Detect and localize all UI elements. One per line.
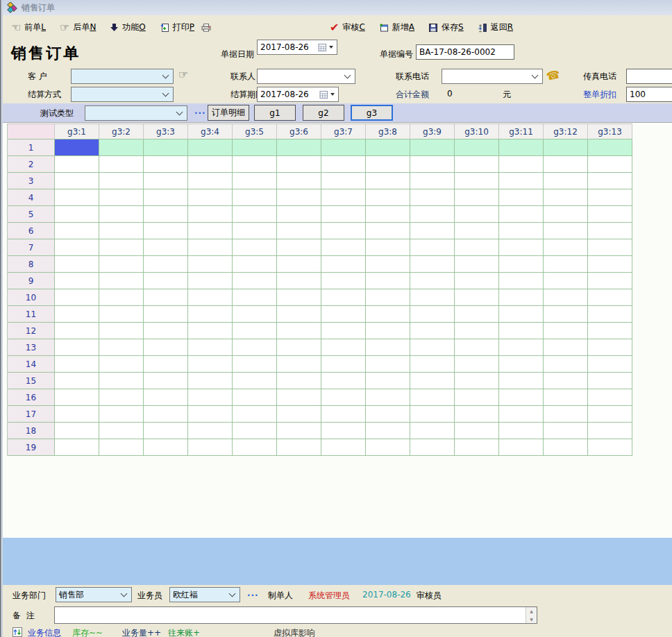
prev-order-button[interactable]: ☜ 前单L — [11, 22, 46, 33]
grid-cell[interactable] — [277, 273, 321, 289]
grid-cell[interactable] — [188, 389, 233, 406]
grid-col-header[interactable]: g3:1 — [55, 124, 99, 139]
grid-cell[interactable] — [55, 156, 99, 173]
grid-cell[interactable] — [499, 356, 544, 373]
grid-cell[interactable] — [277, 423, 321, 439]
new-button[interactable]: 新增A — [379, 22, 414, 33]
grid-cell[interactable] — [233, 323, 277, 339]
grid-cell[interactable] — [144, 306, 188, 323]
grid-row-number[interactable]: 12 — [8, 323, 55, 339]
grid-col-header[interactable]: g3:11 — [499, 124, 544, 139]
grid-cell[interactable] — [366, 439, 410, 456]
grid-cell[interactable] — [455, 389, 499, 406]
grid-col-header[interactable]: g3:13 — [588, 124, 632, 139]
grid-cell[interactable] — [277, 173, 321, 189]
grid-cell[interactable] — [144, 189, 188, 206]
grid-cell[interactable] — [144, 156, 188, 173]
grid-cell[interactable] — [588, 323, 632, 339]
grid-cell[interactable] — [410, 139, 455, 156]
grid-cell[interactable] — [233, 223, 277, 239]
grid-cell[interactable] — [499, 439, 544, 456]
grid-row-number[interactable]: 18 — [8, 423, 55, 439]
grid-cell[interactable] — [99, 356, 144, 373]
grid-cell[interactable] — [544, 423, 588, 439]
grid-cell[interactable] — [588, 306, 632, 323]
grid-col-header[interactable]: g3:2 — [99, 124, 144, 139]
grid-cell[interactable] — [188, 289, 233, 306]
grid-cell[interactable] — [188, 256, 233, 273]
grid-cell[interactable] — [455, 306, 499, 323]
grid-cell[interactable] — [321, 439, 366, 456]
grid-cell[interactable] — [144, 239, 188, 256]
grid-row-number[interactable]: 9 — [8, 273, 55, 289]
grid-cell[interactable] — [588, 389, 632, 406]
grid-cell[interactable] — [321, 339, 366, 356]
grid-cell[interactable] — [321, 306, 366, 323]
grid-cell[interactable] — [410, 356, 455, 373]
grid-cell[interactable] — [544, 156, 588, 173]
grid-cell[interactable] — [410, 289, 455, 306]
grid-cell[interactable] — [499, 406, 544, 423]
grid-cell[interactable] — [99, 389, 144, 406]
grid-cell[interactable] — [544, 356, 588, 373]
grid-cell[interactable] — [233, 173, 277, 189]
grid-cell[interactable] — [499, 389, 544, 406]
grid-cell[interactable] — [144, 406, 188, 423]
grid-cell[interactable] — [544, 373, 588, 389]
grid-cell[interactable] — [366, 306, 410, 323]
grid-cell[interactable] — [455, 189, 499, 206]
grid-cell[interactable] — [499, 156, 544, 173]
grid-cell[interactable] — [55, 373, 99, 389]
settle-method-select[interactable] — [71, 87, 174, 102]
grid-cell[interactable] — [588, 239, 632, 256]
grid-cell[interactable] — [277, 339, 321, 356]
grid-corner[interactable] — [8, 124, 55, 139]
grid-cell[interactable] — [544, 323, 588, 339]
grid-row-number[interactable]: 1 — [8, 139, 55, 156]
grid-cell[interactable] — [410, 189, 455, 206]
grid-cell[interactable] — [277, 223, 321, 239]
grid-cell[interactable] — [233, 206, 277, 223]
grid-cell[interactable] — [410, 406, 455, 423]
grid-cell[interactable] — [55, 273, 99, 289]
grid-col-header[interactable]: g3:8 — [366, 124, 410, 139]
grid-cell[interactable] — [99, 306, 144, 323]
grid-row-number[interactable]: 10 — [8, 289, 55, 306]
fax-input[interactable] — [626, 69, 672, 84]
grid-col-header[interactable]: g3:7 — [321, 124, 366, 139]
grid-cell[interactable] — [455, 156, 499, 173]
grid-cell[interactable] — [277, 256, 321, 273]
grid-cell[interactable] — [366, 156, 410, 173]
grid-cell[interactable] — [277, 439, 321, 456]
grid-cell[interactable] — [544, 439, 588, 456]
grid-cell[interactable] — [188, 356, 233, 373]
grid-cell[interactable] — [277, 306, 321, 323]
grid-cell[interactable] — [321, 273, 366, 289]
grid-cell[interactable] — [277, 156, 321, 173]
grid-cell[interactable] — [410, 239, 455, 256]
grid-cell[interactable] — [544, 239, 588, 256]
grid-cell[interactable] — [321, 139, 366, 156]
grid-row-number[interactable]: 3 — [8, 173, 55, 189]
grid-col-header[interactable]: g3:6 — [277, 124, 321, 139]
save-button[interactable]: 保存S — [428, 22, 464, 33]
customer-select[interactable] — [71, 69, 174, 84]
grid-cell[interactable] — [366, 389, 410, 406]
salesman-more-button[interactable]: ... — [247, 588, 259, 598]
grid-cell[interactable] — [544, 139, 588, 156]
grid-cell[interactable] — [588, 139, 632, 156]
grid-cell[interactable] — [188, 223, 233, 239]
grid-cell[interactable] — [455, 139, 499, 156]
grid-row-number[interactable]: 14 — [8, 356, 55, 373]
grid-cell[interactable] — [99, 323, 144, 339]
grid-cell[interactable] — [321, 223, 366, 239]
grid-cell[interactable] — [410, 423, 455, 439]
grid-cell[interactable] — [99, 423, 144, 439]
grid-row-number[interactable]: 7 — [8, 239, 55, 256]
grid-col-header[interactable]: g3:12 — [544, 124, 588, 139]
grid-cell[interactable] — [277, 323, 321, 339]
grid-cell[interactable] — [188, 339, 233, 356]
grid-cell[interactable] — [233, 239, 277, 256]
grid-cell[interactable] — [366, 189, 410, 206]
grid-row-number[interactable]: 15 — [8, 373, 55, 389]
